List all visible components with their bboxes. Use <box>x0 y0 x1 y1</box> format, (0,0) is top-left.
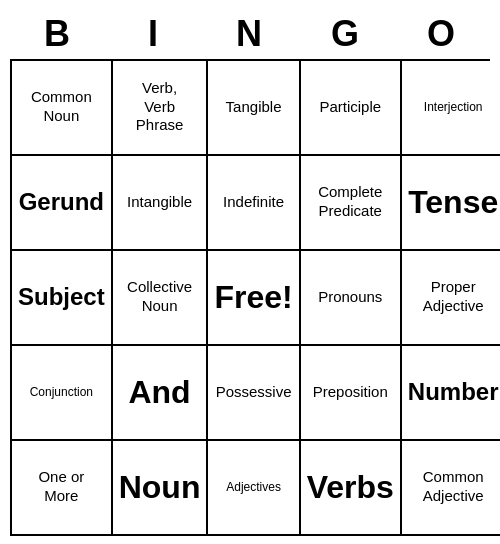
header-letter: G <box>298 9 394 59</box>
bingo-cell[interactable]: Indefinite <box>208 156 300 251</box>
bingo-cell[interactable]: Adjectives <box>208 441 300 536</box>
cell-text: Preposition <box>313 383 388 402</box>
bingo-cell[interactable]: Common Adjective <box>402 441 500 536</box>
bingo-cell[interactable]: Subject <box>12 251 113 346</box>
bingo-cell[interactable]: Intangible <box>113 156 209 251</box>
bingo-header: BINGO <box>10 9 490 59</box>
bingo-cell[interactable]: Preposition <box>301 346 402 441</box>
cell-text: Verb, Verb Phrase <box>136 79 184 135</box>
cell-text: Common Noun <box>31 88 92 126</box>
cell-text: Participle <box>319 98 381 117</box>
cell-text: Gerund <box>19 187 104 217</box>
bingo-cell[interactable]: Conjunction <box>12 346 113 441</box>
bingo-cell[interactable]: Verbs <box>301 441 402 536</box>
cell-text: Tense <box>408 182 498 222</box>
cell-text: Subject <box>18 282 105 312</box>
cell-text: And <box>128 372 190 412</box>
cell-text: One or More <box>38 468 84 506</box>
bingo-cell[interactable]: And <box>113 346 209 441</box>
bingo-cell[interactable]: Collective Noun <box>113 251 209 346</box>
cell-text: Tangible <box>226 98 282 117</box>
header-letter: B <box>10 9 106 59</box>
cell-text: Collective Noun <box>127 278 192 316</box>
cell-text: Adjectives <box>226 480 281 495</box>
cell-text: Verbs <box>307 467 394 507</box>
bingo-cell[interactable]: Possessive <box>208 346 300 441</box>
cell-text: Number <box>408 377 499 407</box>
cell-text: Complete Predicate <box>318 183 382 221</box>
bingo-cell[interactable]: Pronouns <box>301 251 402 346</box>
bingo-cell[interactable]: Verb, Verb Phrase <box>113 61 209 156</box>
bingo-cell[interactable]: Tangible <box>208 61 300 156</box>
cell-text: Proper Adjective <box>423 278 484 316</box>
cell-text: Common Adjective <box>423 468 484 506</box>
cell-text: Noun <box>119 467 201 507</box>
bingo-cell[interactable]: Noun <box>113 441 209 536</box>
bingo-cell[interactable]: Complete Predicate <box>301 156 402 251</box>
bingo-cell[interactable]: Tense <box>402 156 500 251</box>
cell-text: Intangible <box>127 193 192 212</box>
bingo-cell[interactable]: Interjection <box>402 61 500 156</box>
bingo-cell[interactable]: Common Noun <box>12 61 113 156</box>
cell-text: Interjection <box>424 100 483 115</box>
header-letter: O <box>394 9 490 59</box>
header-letter: N <box>202 9 298 59</box>
cell-text: Conjunction <box>30 385 93 400</box>
bingo-card: BINGO Common NounVerb, Verb PhraseTangib… <box>10 9 490 536</box>
header-letter: I <box>106 9 202 59</box>
cell-text: Indefinite <box>223 193 284 212</box>
bingo-cell[interactable]: Free! <box>208 251 300 346</box>
cell-text: Free! <box>214 277 292 317</box>
bingo-cell[interactable]: Participle <box>301 61 402 156</box>
bingo-grid: Common NounVerb, Verb PhraseTangiblePart… <box>10 59 490 536</box>
bingo-cell[interactable]: Gerund <box>12 156 113 251</box>
cell-text: Pronouns <box>318 288 382 307</box>
cell-text: Possessive <box>216 383 292 402</box>
bingo-cell[interactable]: One or More <box>12 441 113 536</box>
bingo-cell[interactable]: Proper Adjective <box>402 251 500 346</box>
bingo-cell[interactable]: Number <box>402 346 500 441</box>
